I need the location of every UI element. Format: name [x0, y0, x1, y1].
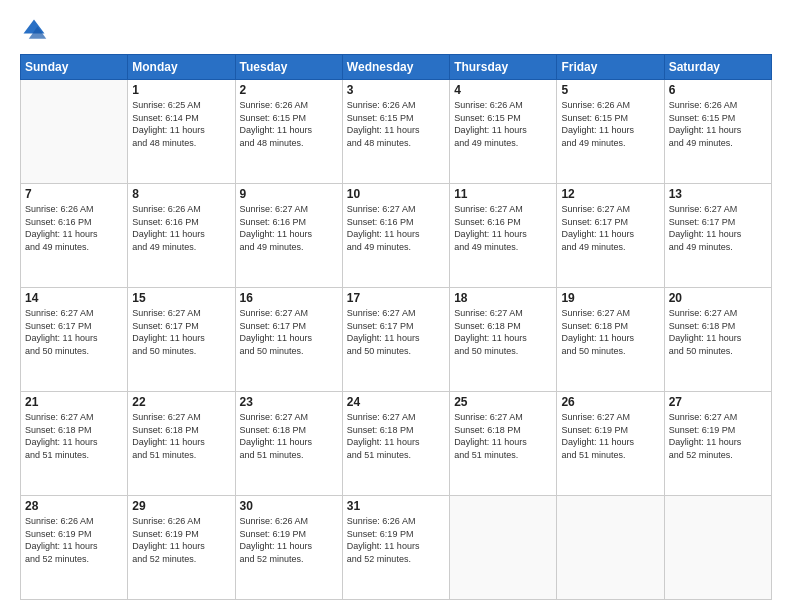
calendar-cell: 3Sunrise: 6:26 AM Sunset: 6:15 PM Daylig… — [342, 80, 449, 184]
day-info: Sunrise: 6:26 AM Sunset: 6:15 PM Dayligh… — [240, 99, 338, 149]
day-info: Sunrise: 6:27 AM Sunset: 6:18 PM Dayligh… — [347, 411, 445, 461]
day-number: 11 — [454, 187, 552, 201]
calendar-cell — [450, 496, 557, 600]
day-number: 18 — [454, 291, 552, 305]
day-info: Sunrise: 6:27 AM Sunset: 6:18 PM Dayligh… — [454, 307, 552, 357]
day-info: Sunrise: 6:26 AM Sunset: 6:15 PM Dayligh… — [561, 99, 659, 149]
day-number: 15 — [132, 291, 230, 305]
calendar-cell: 22Sunrise: 6:27 AM Sunset: 6:18 PM Dayli… — [128, 392, 235, 496]
calendar-cell: 21Sunrise: 6:27 AM Sunset: 6:18 PM Dayli… — [21, 392, 128, 496]
day-number: 10 — [347, 187, 445, 201]
day-info: Sunrise: 6:27 AM Sunset: 6:18 PM Dayligh… — [561, 307, 659, 357]
day-info: Sunrise: 6:27 AM Sunset: 6:18 PM Dayligh… — [132, 411, 230, 461]
calendar-week-row: 21Sunrise: 6:27 AM Sunset: 6:18 PM Dayli… — [21, 392, 772, 496]
day-info: Sunrise: 6:26 AM Sunset: 6:16 PM Dayligh… — [132, 203, 230, 253]
calendar-week-row: 28Sunrise: 6:26 AM Sunset: 6:19 PM Dayli… — [21, 496, 772, 600]
day-number: 28 — [25, 499, 123, 513]
day-number: 1 — [132, 83, 230, 97]
calendar-cell: 15Sunrise: 6:27 AM Sunset: 6:17 PM Dayli… — [128, 288, 235, 392]
day-number: 23 — [240, 395, 338, 409]
calendar-cell: 31Sunrise: 6:26 AM Sunset: 6:19 PM Dayli… — [342, 496, 449, 600]
calendar-header-wednesday: Wednesday — [342, 55, 449, 80]
day-number: 12 — [561, 187, 659, 201]
calendar-header-friday: Friday — [557, 55, 664, 80]
day-info: Sunrise: 6:27 AM Sunset: 6:18 PM Dayligh… — [25, 411, 123, 461]
calendar-cell: 10Sunrise: 6:27 AM Sunset: 6:16 PM Dayli… — [342, 184, 449, 288]
day-info: Sunrise: 6:26 AM Sunset: 6:16 PM Dayligh… — [25, 203, 123, 253]
calendar-cell — [664, 496, 771, 600]
day-info: Sunrise: 6:27 AM Sunset: 6:18 PM Dayligh… — [240, 411, 338, 461]
day-info: Sunrise: 6:26 AM Sunset: 6:19 PM Dayligh… — [25, 515, 123, 565]
calendar-cell: 1Sunrise: 6:25 AM Sunset: 6:14 PM Daylig… — [128, 80, 235, 184]
day-number: 14 — [25, 291, 123, 305]
calendar-cell: 19Sunrise: 6:27 AM Sunset: 6:18 PM Dayli… — [557, 288, 664, 392]
day-info: Sunrise: 6:27 AM Sunset: 6:18 PM Dayligh… — [454, 411, 552, 461]
logo-icon — [20, 16, 48, 44]
calendar-cell: 29Sunrise: 6:26 AM Sunset: 6:19 PM Dayli… — [128, 496, 235, 600]
calendar-cell: 2Sunrise: 6:26 AM Sunset: 6:15 PM Daylig… — [235, 80, 342, 184]
calendar-cell: 11Sunrise: 6:27 AM Sunset: 6:16 PM Dayli… — [450, 184, 557, 288]
calendar-week-row: 14Sunrise: 6:27 AM Sunset: 6:17 PM Dayli… — [21, 288, 772, 392]
day-info: Sunrise: 6:27 AM Sunset: 6:16 PM Dayligh… — [240, 203, 338, 253]
day-number: 19 — [561, 291, 659, 305]
page: SundayMondayTuesdayWednesdayThursdayFrid… — [0, 0, 792, 612]
day-number: 7 — [25, 187, 123, 201]
day-number: 2 — [240, 83, 338, 97]
calendar-cell: 6Sunrise: 6:26 AM Sunset: 6:15 PM Daylig… — [664, 80, 771, 184]
day-number: 3 — [347, 83, 445, 97]
day-number: 29 — [132, 499, 230, 513]
calendar-cell: 30Sunrise: 6:26 AM Sunset: 6:19 PM Dayli… — [235, 496, 342, 600]
calendar-cell: 24Sunrise: 6:27 AM Sunset: 6:18 PM Dayli… — [342, 392, 449, 496]
calendar-cell: 25Sunrise: 6:27 AM Sunset: 6:18 PM Dayli… — [450, 392, 557, 496]
day-info: Sunrise: 6:27 AM Sunset: 6:16 PM Dayligh… — [454, 203, 552, 253]
logo — [20, 16, 52, 44]
calendar-cell: 23Sunrise: 6:27 AM Sunset: 6:18 PM Dayli… — [235, 392, 342, 496]
calendar-cell: 17Sunrise: 6:27 AM Sunset: 6:17 PM Dayli… — [342, 288, 449, 392]
day-number: 13 — [669, 187, 767, 201]
day-info: Sunrise: 6:26 AM Sunset: 6:19 PM Dayligh… — [132, 515, 230, 565]
day-number: 4 — [454, 83, 552, 97]
day-number: 20 — [669, 291, 767, 305]
calendar-cell: 28Sunrise: 6:26 AM Sunset: 6:19 PM Dayli… — [21, 496, 128, 600]
calendar-cell: 18Sunrise: 6:27 AM Sunset: 6:18 PM Dayli… — [450, 288, 557, 392]
calendar-cell: 5Sunrise: 6:26 AM Sunset: 6:15 PM Daylig… — [557, 80, 664, 184]
day-number: 30 — [240, 499, 338, 513]
day-number: 6 — [669, 83, 767, 97]
day-info: Sunrise: 6:27 AM Sunset: 6:17 PM Dayligh… — [25, 307, 123, 357]
day-number: 16 — [240, 291, 338, 305]
calendar-cell: 20Sunrise: 6:27 AM Sunset: 6:18 PM Dayli… — [664, 288, 771, 392]
day-info: Sunrise: 6:25 AM Sunset: 6:14 PM Dayligh… — [132, 99, 230, 149]
day-info: Sunrise: 6:27 AM Sunset: 6:17 PM Dayligh… — [132, 307, 230, 357]
day-info: Sunrise: 6:27 AM Sunset: 6:19 PM Dayligh… — [669, 411, 767, 461]
day-number: 8 — [132, 187, 230, 201]
calendar-cell: 26Sunrise: 6:27 AM Sunset: 6:19 PM Dayli… — [557, 392, 664, 496]
calendar-header-row: SundayMondayTuesdayWednesdayThursdayFrid… — [21, 55, 772, 80]
day-number: 17 — [347, 291, 445, 305]
calendar-cell: 4Sunrise: 6:26 AM Sunset: 6:15 PM Daylig… — [450, 80, 557, 184]
day-info: Sunrise: 6:27 AM Sunset: 6:18 PM Dayligh… — [669, 307, 767, 357]
day-number: 22 — [132, 395, 230, 409]
calendar-cell — [557, 496, 664, 600]
calendar-week-row: 1Sunrise: 6:25 AM Sunset: 6:14 PM Daylig… — [21, 80, 772, 184]
calendar-cell: 14Sunrise: 6:27 AM Sunset: 6:17 PM Dayli… — [21, 288, 128, 392]
calendar-cell: 9Sunrise: 6:27 AM Sunset: 6:16 PM Daylig… — [235, 184, 342, 288]
day-number: 26 — [561, 395, 659, 409]
calendar-cell: 13Sunrise: 6:27 AM Sunset: 6:17 PM Dayli… — [664, 184, 771, 288]
day-info: Sunrise: 6:27 AM Sunset: 6:17 PM Dayligh… — [240, 307, 338, 357]
day-info: Sunrise: 6:26 AM Sunset: 6:19 PM Dayligh… — [240, 515, 338, 565]
calendar-header-saturday: Saturday — [664, 55, 771, 80]
day-number: 5 — [561, 83, 659, 97]
day-info: Sunrise: 6:26 AM Sunset: 6:15 PM Dayligh… — [347, 99, 445, 149]
day-number: 21 — [25, 395, 123, 409]
day-number: 31 — [347, 499, 445, 513]
day-number: 24 — [347, 395, 445, 409]
day-number: 9 — [240, 187, 338, 201]
calendar-cell — [21, 80, 128, 184]
calendar-cell: 8Sunrise: 6:26 AM Sunset: 6:16 PM Daylig… — [128, 184, 235, 288]
day-number: 27 — [669, 395, 767, 409]
calendar-cell: 12Sunrise: 6:27 AM Sunset: 6:17 PM Dayli… — [557, 184, 664, 288]
day-info: Sunrise: 6:27 AM Sunset: 6:16 PM Dayligh… — [347, 203, 445, 253]
day-info: Sunrise: 6:27 AM Sunset: 6:17 PM Dayligh… — [561, 203, 659, 253]
calendar-cell: 16Sunrise: 6:27 AM Sunset: 6:17 PM Dayli… — [235, 288, 342, 392]
calendar-header-tuesday: Tuesday — [235, 55, 342, 80]
